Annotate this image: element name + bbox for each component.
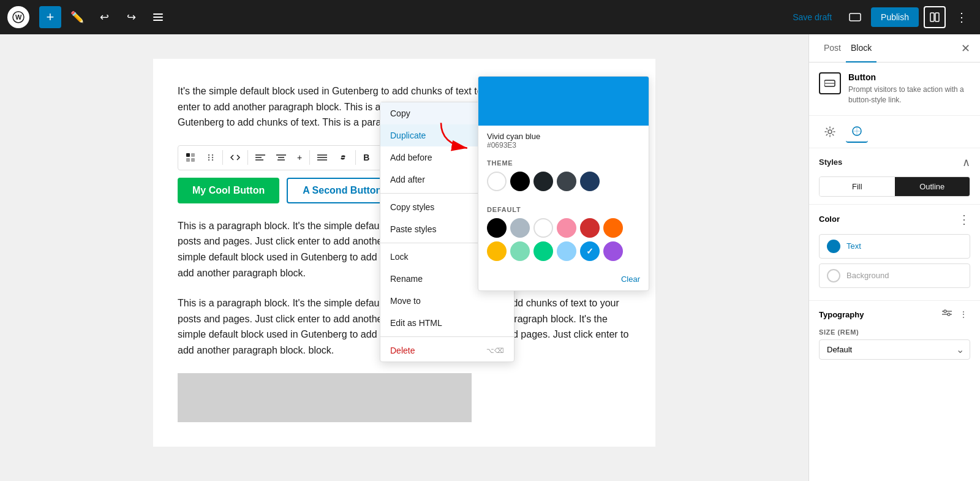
svg-point-12 — [208, 154, 209, 156]
theme-swatches — [487, 172, 640, 191]
block-text-info: Button Prompt visitors to take action wi… — [848, 72, 970, 105]
block-description: Prompt visitors to take action with a bu… — [848, 85, 970, 105]
block-info: Button Prompt visitors to take action wi… — [809, 62, 980, 116]
more-options-button[interactable]: ⋮ — [951, 6, 973, 28]
swatch-navy[interactable] — [580, 172, 600, 191]
code-editor-button[interactable] — [225, 150, 245, 165]
sidebar-icon-tabs — [809, 116, 980, 148]
swatch-3[interactable] — [533, 218, 553, 238]
swatch-black[interactable] — [510, 172, 530, 191]
bold-button[interactable]: B — [358, 149, 374, 166]
background-color-dot — [827, 269, 840, 282]
styles-toggle-button[interactable]: ∧ — [962, 156, 970, 169]
link-button[interactable] — [333, 150, 353, 165]
default-label: DEFAULT — [487, 206, 640, 213]
size-label: SIZE (REM) — [819, 328, 970, 336]
view-button[interactable] — [844, 6, 866, 28]
svg-point-35 — [948, 313, 950, 316]
save-draft-button[interactable]: Save draft — [785, 9, 839, 26]
color-panel-title: Color — [819, 214, 840, 224]
fill-style-button[interactable]: Fill — [820, 177, 895, 196]
svg-rect-4 — [153, 20, 163, 21]
separator — [355, 150, 356, 165]
context-menu-move-to[interactable]: Move to — [380, 290, 514, 312]
top-bar: W + ✏️ ↩ ↪ Save draft Publish ⋮ — [0, 0, 980, 34]
color-clear-area: Clear — [478, 271, 649, 290]
main-layout: It's the simple default block used in Gu… — [0, 34, 980, 481]
swatch-dark[interactable] — [533, 172, 553, 191]
svg-point-13 — [212, 154, 213, 156]
svg-point-34 — [944, 310, 946, 312]
sidebar-tabs: Post Block ✕ — [809, 34, 980, 62]
wp-logo: W — [7, 6, 29, 28]
sidebar-close-button[interactable]: ✕ — [961, 42, 970, 55]
block-title: Button — [848, 72, 970, 82]
block-type-button[interactable] — [181, 149, 200, 166]
swatch-1[interactable] — [487, 218, 507, 238]
add-block-button[interactable]: + — [39, 6, 61, 28]
image-placeholder — [178, 373, 472, 422]
swatch-2[interactable] — [510, 218, 530, 238]
svg-point-14 — [208, 157, 209, 158]
separator — [247, 150, 248, 165]
swatch-6[interactable] — [603, 218, 623, 238]
swatch-white[interactable] — [487, 172, 507, 191]
settings-icon-tab[interactable] — [819, 121, 841, 143]
color-name: Vivid cyan blue — [487, 132, 640, 141]
size-select-wrapper: Default Small Medium Large Extra Large — [819, 339, 970, 360]
text-color-option[interactable]: Text — [819, 234, 970, 259]
sidebar-toggle-button[interactable] — [924, 6, 946, 28]
default-section: DEFAULT — [478, 201, 649, 271]
add-item-button[interactable]: + — [292, 149, 307, 166]
swatch-10[interactable] — [557, 241, 576, 261]
swatch-medium-dark[interactable] — [557, 172, 576, 191]
outline-style-button[interactable]: Outline — [895, 177, 970, 196]
swatch-9[interactable] — [533, 241, 553, 261]
context-menu-delete[interactable]: Delete ⌥⌫ — [380, 339, 514, 362]
style-icon-tab[interactable] — [846, 121, 868, 143]
color-info: Vivid cyan blue #0693E3 — [478, 126, 649, 154]
background-color-option[interactable]: Background — [819, 263, 970, 288]
swatch-4[interactable] — [557, 218, 576, 238]
swatch-8[interactable] — [510, 241, 530, 261]
typography-options: ⋮ — [940, 308, 970, 321]
theme-section: THEME — [478, 154, 649, 201]
publish-button[interactable]: Publish — [871, 7, 919, 27]
my-cool-button[interactable]: My Cool Button — [178, 178, 279, 203]
svg-point-17 — [212, 159, 213, 161]
theme-label: THEME — [487, 159, 640, 167]
color-panel-more-button[interactable]: ⋮ — [958, 212, 970, 227]
edit-icon[interactable]: ✏️ — [66, 6, 88, 28]
swatch-7[interactable] — [487, 241, 507, 261]
typography-header: Typography ⋮ — [819, 308, 970, 321]
color-clear-button[interactable]: Clear — [621, 275, 640, 284]
post-tab[interactable]: Post — [819, 34, 846, 62]
swatch-cyan-selected[interactable] — [580, 241, 600, 261]
color-panel: Color ⋮ Text Background — [809, 205, 980, 301]
undo-button[interactable]: ↩ — [93, 6, 115, 28]
style-buttons: Fill Outline — [819, 176, 970, 197]
text-color-dot — [827, 240, 840, 253]
swatch-5[interactable] — [580, 218, 600, 238]
align-justify-button[interactable] — [312, 150, 332, 165]
typography-section: Typography ⋮ SIZE (REM) D — [809, 301, 980, 367]
align-center-button[interactable] — [271, 150, 291, 165]
typography-title: Typography — [819, 310, 864, 319]
svg-rect-5 — [850, 13, 861, 21]
size-select[interactable]: Default Small Medium Large Extra Large — [819, 339, 970, 360]
block-tab[interactable]: Block — [846, 34, 876, 62]
redo-button[interactable]: ↪ — [120, 6, 142, 28]
color-picker-popup: Vivid cyan blue #0693E3 THEME DEFAULT — [478, 76, 649, 291]
svg-rect-10 — [186, 158, 190, 162]
block-icon — [819, 72, 841, 94]
align-left-button[interactable] — [251, 150, 270, 165]
context-menu-edit-html[interactable]: Edit as HTML — [380, 312, 514, 334]
drag-handle[interactable] — [202, 150, 220, 165]
typography-filter-button[interactable] — [940, 308, 954, 321]
styles-section-header: Styles ∧ — [819, 156, 970, 169]
swatch-12[interactable] — [603, 241, 623, 261]
list-view-button[interactable] — [147, 6, 169, 28]
right-sidebar: Post Block ✕ Button Prompt visitors to t… — [809, 34, 980, 481]
typography-more-button[interactable]: ⋮ — [957, 308, 970, 321]
separator — [222, 150, 223, 165]
